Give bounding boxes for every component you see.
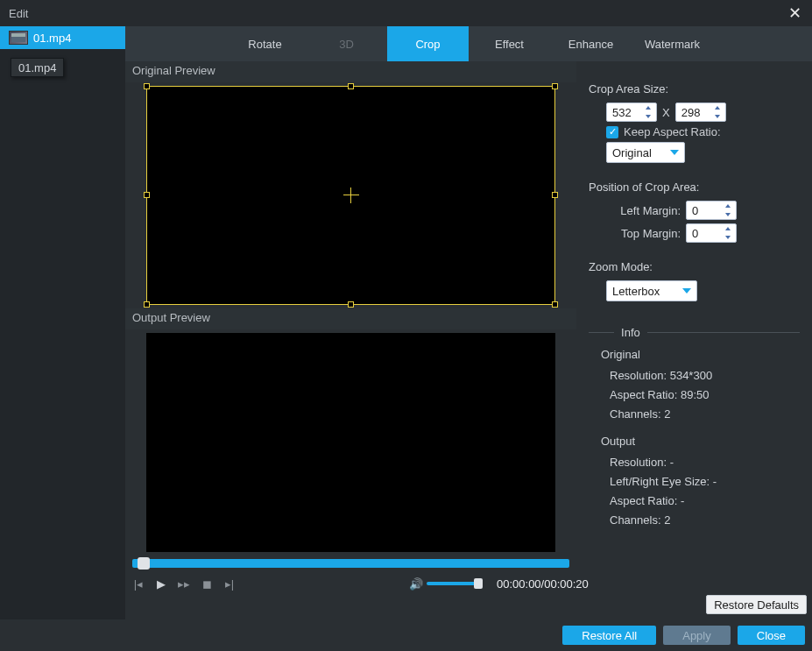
timeline-knob[interactable] — [138, 557, 150, 570]
tab-label: Rotate — [248, 38, 281, 51]
close-icon[interactable]: ✕ — [786, 4, 803, 23]
tab-enhance[interactable]: Enhance — [550, 26, 632, 61]
sidebar: 01.mp4 01.mp4 — [0, 26, 125, 651]
left-margin-label: Left Margin: — [606, 204, 681, 217]
info-output-aspect-label: Aspect Ratio: — [610, 494, 677, 507]
aspect-ratio-select[interactable]: Original — [606, 142, 685, 163]
tab-label: Effect — [495, 38, 524, 51]
tab-label: 3D — [339, 38, 354, 51]
info-output-channels-value: 2 — [664, 513, 670, 527]
info-output-title: Output — [601, 435, 800, 448]
left-margin-value: 0 — [692, 204, 698, 217]
zoom-mode-label: Zoom Mode: — [589, 260, 800, 273]
crop-width-stepper[interactable]: 532 — [606, 103, 657, 122]
crop-handle-tr[interactable] — [552, 83, 558, 89]
info-row: Left/Right Eye Size: - — [610, 472, 800, 492]
left-margin-stepper[interactable]: 0 — [686, 201, 737, 220]
info-row: Aspect Ratio: - — [610, 492, 800, 511]
restore-all-button[interactable]: Restore All — [562, 626, 656, 645]
chevron-down-icon — [682, 288, 691, 294]
keep-aspect-label: Keep Aspect Ratio: — [624, 125, 721, 138]
right-panel: Crop Area Size: 532 X 298 ✓ Keep Aspect … — [576, 61, 812, 619]
info-row: Resolution: - — [610, 453, 800, 472]
info-output-resolution-value: - — [670, 456, 674, 469]
top-margin-label: Top Margin: — [606, 227, 681, 240]
tab-rotate[interactable]: Rotate — [224, 26, 306, 61]
divider — [647, 332, 800, 333]
stepper-arrows-icon[interactable] — [644, 105, 653, 119]
restore-all-label: Restore All — [582, 629, 637, 642]
info-original-channels-label: Channels: — [610, 407, 661, 421]
info-original-channels-value: 2 — [664, 407, 670, 421]
volume-icon[interactable]: 🔊 — [409, 577, 421, 591]
position-label: Position of Crop Area: — [589, 180, 800, 194]
info-row: Resolution: 534*300 — [610, 366, 800, 386]
crop-handle-bl[interactable] — [144, 301, 150, 308]
top-margin-value: 0 — [692, 227, 698, 240]
dragged-item-label: 01.mp4 — [18, 61, 56, 74]
info-output-eye-value: - — [713, 475, 717, 488]
sidebar-item-label: 01.mp4 — [33, 32, 71, 45]
original-preview[interactable] — [146, 86, 555, 305]
size-separator: X — [662, 106, 670, 119]
stepper-arrows-icon[interactable] — [724, 203, 732, 217]
fast-forward-icon[interactable]: ▸▸ — [178, 577, 190, 591]
info-output-resolution-label: Resolution: — [610, 456, 667, 469]
stop-icon[interactable]: ◼ — [201, 577, 213, 591]
prev-frame-icon[interactable]: |◂ — [132, 577, 145, 591]
close-button[interactable]: Close — [738, 626, 805, 645]
crop-height-stepper[interactable]: 298 — [675, 103, 726, 122]
tab-bar: Rotate 3D Crop Effect Enhance Watermark — [125, 26, 812, 61]
workspace: Original Preview Output Preview — [125, 61, 812, 619]
info-original-block: Original Resolution: 534*300 Aspect Rati… — [601, 348, 800, 424]
info-row: Aspect Ratio: 89:50 — [610, 386, 800, 405]
crop-handle-br[interactable] — [552, 301, 558, 308]
restore-defaults-label: Restore Defaults — [714, 598, 799, 612]
tab-label: Watermark — [645, 38, 700, 51]
crop-handle-tm[interactable] — [348, 83, 354, 89]
play-icon[interactable]: ▶ — [155, 577, 167, 591]
zoom-mode-select[interactable]: Letterbox — [606, 280, 697, 301]
crop-handle-ml[interactable] — [144, 192, 150, 198]
next-frame-icon[interactable]: ▸| — [223, 577, 236, 591]
crop-rectangle[interactable] — [146, 86, 555, 305]
tab-effect[interactable]: Effect — [469, 26, 550, 61]
apply-button[interactable]: Apply — [663, 626, 731, 645]
info-original-aspect-value: 89:50 — [681, 388, 710, 401]
volume-control: 🔊 — [409, 577, 483, 591]
keep-aspect-checkbox[interactable]: ✓ — [606, 126, 618, 138]
restore-defaults-button[interactable]: Restore Defaults — [706, 595, 807, 614]
volume-knob[interactable] — [474, 578, 483, 589]
crop-handle-bm[interactable] — [348, 301, 354, 308]
original-preview-label: Original Preview — [125, 61, 576, 82]
info-row: Channels: 2 — [610, 511, 800, 530]
info-output-eye-label: Left/Right Eye Size: — [610, 475, 710, 488]
stepper-arrows-icon[interactable] — [724, 226, 732, 240]
info-output-aspect-value: - — [681, 494, 684, 507]
crop-handle-tl[interactable] — [144, 83, 150, 89]
aspect-ratio-value: Original — [612, 146, 652, 159]
stepper-arrows-icon[interactable] — [713, 105, 722, 119]
crop-width-value: 532 — [612, 106, 632, 119]
crop-center-cross-icon[interactable] — [343, 188, 359, 203]
zoom-mode-value: Letterbox — [612, 285, 660, 298]
tab-crop[interactable]: Crop — [387, 26, 469, 61]
main: Rotate 3D Crop Effect Enhance Watermark … — [125, 26, 812, 619]
tab-watermark[interactable]: Watermark — [632, 26, 713, 61]
top-margin-stepper[interactable]: 0 — [686, 223, 737, 243]
titlebar: Edit ✕ — [0, 0, 812, 26]
timeline-slider[interactable] — [132, 559, 569, 568]
volume-slider[interactable] — [427, 582, 483, 585]
time-display: 00:00:00/00:00:20 — [497, 577, 589, 591]
info-original-resolution-value: 534*300 — [670, 369, 712, 382]
sidebar-item-file[interactable]: 01.mp4 — [0, 26, 125, 49]
crop-area-size-label: Crop Area Size: — [589, 82, 800, 96]
info-original-aspect-label: Aspect Ratio: — [610, 388, 677, 401]
chevron-down-icon — [670, 150, 679, 155]
tab-3d[interactable]: 3D — [306, 26, 387, 61]
info-output-channels-label: Channels: — [610, 513, 661, 527]
tab-label: Crop — [415, 38, 440, 51]
close-label: Close — [757, 629, 786, 642]
video-thumbnail-icon — [9, 31, 28, 45]
crop-handle-mr[interactable] — [552, 192, 558, 198]
